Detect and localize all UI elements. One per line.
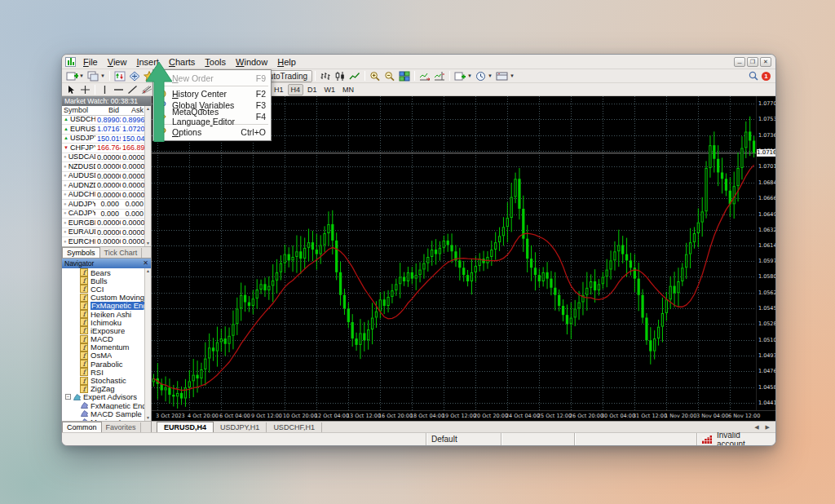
templates-button[interactable]: ▼: [494, 70, 516, 82]
auto-scroll-button[interactable]: [418, 70, 432, 82]
tree-item-macd[interactable]: fMACD: [62, 335, 144, 343]
chart-tab-usdchf-h1[interactable]: USDCHF,H1: [267, 422, 322, 432]
data-window-toggle[interactable]: [127, 70, 142, 82]
market-watch-tab-tick-chart[interactable]: Tick Chart: [100, 248, 143, 258]
trendline-button[interactable]: [126, 83, 139, 95]
price-chart[interactable]: [152, 96, 756, 410]
market-watch-header: SymbolBidAsk: [62, 106, 144, 116]
tree-item-expert-advisors[interactable]: −Expert Advisors: [62, 393, 144, 401]
navigator-tab-favorites[interactable]: Favorites: [102, 422, 141, 432]
market-watch-titlebar[interactable]: Market Watch: 00:38:31: [62, 96, 151, 106]
profiles-button[interactable]: ▼: [86, 70, 107, 82]
tree-item-fxmagnetic-engulfing-a[interactable]: FxMagnetic Engulfing A: [62, 401, 144, 409]
tree-item-fxmagnetic-engulfing-1[interactable]: fFxMagnetic Engulfing 1: [62, 302, 144, 310]
minimize-icon[interactable]: ─: [734, 57, 745, 67]
menu-item-window[interactable]: Window: [231, 55, 272, 69]
bar-chart-button[interactable]: [318, 70, 333, 82]
timeframe-w1-button[interactable]: W1: [321, 84, 339, 95]
timeframe-mn-button[interactable]: MN: [339, 84, 357, 95]
table-row-eurchf[interactable]: ●EURCHF0.000000.00000: [62, 237, 144, 246]
table-row-usdchf[interactable]: ▲USDCHF0.899030.89965: [62, 116, 144, 126]
menu-item-history-center[interactable]: History CenterF2: [153, 88, 271, 99]
tree-item-stochastic[interactable]: fStochastic: [62, 376, 144, 384]
tree-item-zigzag[interactable]: fZigZag: [62, 385, 144, 393]
timeframe-h1-button[interactable]: H1: [271, 84, 287, 95]
tree-item-ichimoku[interactable]: fIchimoku: [62, 318, 144, 326]
table-row-eurgbp[interactable]: ●EURGBP0.000000.00000: [62, 219, 144, 228]
timeframe-h4-button[interactable]: H4: [288, 84, 304, 95]
candlestick-chart-button[interactable]: [333, 70, 347, 82]
bid-cell: 0.00000: [95, 228, 121, 237]
tree-item-parabolic[interactable]: fParabolic: [62, 360, 144, 368]
tree-item-moving-average[interactable]: Moving Average: [62, 418, 144, 421]
column-header-bid[interactable]: Bid: [95, 106, 121, 115]
tile-windows-button[interactable]: [397, 70, 412, 82]
collapse-icon[interactable]: −: [65, 394, 71, 400]
tree-item-iexposure[interactable]: fiExposure: [62, 326, 144, 334]
time-axis[interactable]: 3 Oct 20234 Oct 20:006 Oct 04:009 Oct 12…: [152, 410, 775, 421]
up-trend-icon: ▲: [64, 125, 68, 134]
table-row-chfjpy[interactable]: ▼CHFJPY166.764166.891: [62, 144, 144, 153]
restore-icon[interactable]: ❐: [747, 57, 758, 67]
crosshair-button[interactable]: [78, 83, 92, 95]
table-row-audusd[interactable]: ●AUDUSD0.000000.00000: [62, 172, 144, 182]
tab-scroll-arrows[interactable]: ◀ ▶: [754, 424, 772, 431]
table-row-usdjpy[interactable]: ▲USDJPY150.019150.049: [62, 135, 144, 144]
chart-tab-eurusd-h4[interactable]: EURUSD,H4: [157, 422, 214, 432]
menu-item-view[interactable]: View: [103, 55, 132, 69]
close-icon[interactable]: ✕: [760, 57, 771, 67]
menu-item-tools[interactable]: Tools: [200, 55, 231, 69]
menu-item-metaquotes-language-editor[interactable]: MetaQuotes Language EditorF4: [153, 111, 271, 122]
tree-item-momentum[interactable]: fMomentum: [62, 343, 144, 351]
table-row-audjpy[interactable]: ●AUDJPY0.0000.000: [62, 200, 144, 210]
chart-tab-usdjpy-h1[interactable]: USDJPY,H1: [214, 422, 267, 432]
tree-item-cci[interactable]: fCCI: [62, 285, 144, 293]
tree-item-custom-moving-average[interactable]: fCustom Moving Average: [62, 294, 144, 302]
table-row-audnzd[interactable]: ●AUDNZD0.000000.00000: [62, 181, 144, 191]
tree-item-heiken-ashi[interactable]: fHeiken Ashi: [62, 310, 144, 318]
indicators-button[interactable]: ▼: [453, 70, 474, 82]
menu-item-options[interactable]: OptionsCtrl+O: [153, 126, 271, 138]
navigator-tab-common[interactable]: Common: [62, 422, 102, 432]
table-row-nzdusd[interactable]: ●NZDUSD0.000000.00000: [62, 162, 144, 172]
search-icon[interactable]: [749, 71, 758, 81]
zoom-in-button[interactable]: [368, 70, 382, 82]
status-connection[interactable]: Invalid account: [696, 433, 775, 445]
new-chart-button[interactable]: ▼: [64, 70, 86, 82]
table-row-euraud[interactable]: ●EURAUD0.000000.00000: [62, 228, 144, 238]
menu-shortcut: Ctrl+O: [241, 127, 266, 137]
tree-item-macd-sample[interactable]: MACD Sample: [62, 409, 144, 418]
menu-item-help[interactable]: Help: [272, 55, 301, 69]
periods-button[interactable]: ▼: [474, 70, 494, 82]
close-icon[interactable]: ✕: [143, 259, 148, 267]
tree-item-bulls[interactable]: fBulls: [62, 276, 144, 285]
cursor-button[interactable]: [64, 83, 78, 95]
market-watch-tab-symbols[interactable]: Symbols: [62, 247, 100, 258]
column-header-symbol[interactable]: Symbol: [62, 106, 95, 115]
line-chart-button[interactable]: [347, 70, 362, 82]
timeframe-d1-button[interactable]: D1: [304, 84, 320, 95]
navigator-scrollbar[interactable]: ▲▼: [144, 268, 151, 421]
price-axis[interactable]: 1.077051.075351.073601.071851.070151.068…: [756, 96, 775, 410]
column-header-ask[interactable]: Ask: [121, 106, 145, 115]
zoom-out-button[interactable]: [382, 70, 397, 82]
table-row-usdcad[interactable]: ●USDCAD0.000000.00000: [62, 153, 144, 163]
horizontal-line-button[interactable]: [112, 83, 126, 95]
table-row-audchf[interactable]: ●AUDCHF0.000000.00000: [62, 191, 144, 201]
notification-badge[interactable]: 1: [762, 72, 771, 81]
navigator-titlebar[interactable]: Navigator ✕: [62, 259, 151, 268]
status-profile[interactable]: Default: [426, 433, 501, 445]
tree-item-bears[interactable]: fBears: [62, 268, 144, 276]
tree-item-osma[interactable]: fOsMA: [62, 351, 144, 360]
vertical-line-button[interactable]: [98, 83, 112, 95]
menu-item-insert[interactable]: Insert: [131, 55, 164, 69]
market-watch-toggle[interactable]: [113, 70, 127, 82]
table-row-eurusd[interactable]: ▲EURUSD1.071671.07203: [62, 125, 144, 135]
tree-item-label: Parabolic: [91, 360, 123, 368]
menu-item-file[interactable]: File: [78, 55, 103, 69]
table-row-cadjpy[interactable]: ●CADJPY0.0000.000: [62, 210, 144, 219]
menu-item-charts[interactable]: Charts: [164, 55, 200, 69]
chart-shift-button[interactable]: [432, 70, 447, 82]
market-watch-scrollbar[interactable]: ▲▼: [144, 106, 151, 246]
tree-item-rsi[interactable]: fRSI: [62, 368, 144, 376]
